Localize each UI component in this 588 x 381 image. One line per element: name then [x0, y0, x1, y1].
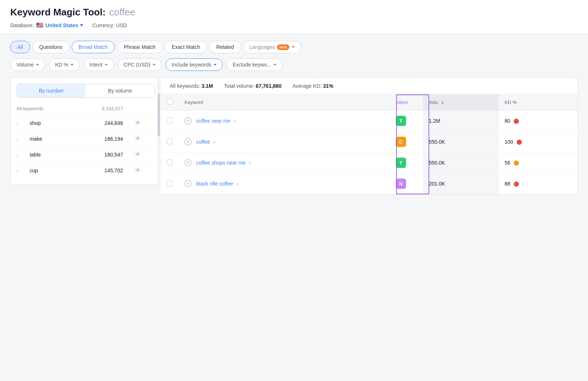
keyword-arrow-3: » [248, 161, 251, 166]
eye-icon-table[interactable]: 👁 [135, 151, 141, 158]
row-intent-cell-3: T [390, 152, 423, 173]
table-header-row: Keyword Intent Volu ⇅ KD % [161, 94, 577, 111]
languages-chevron-icon [291, 46, 295, 48]
row-intent-cell-1: T [390, 111, 423, 132]
sidebar-count-make: 186,194 [69, 131, 129, 147]
database-country-button[interactable]: United States [46, 22, 83, 28]
title-row: Keyword Magic Tool: coffee [10, 7, 578, 18]
row-keyword-cell-4: + black rifle coffee » [179, 173, 390, 194]
table-row-coffee: + coffee » C 550.0K 100 [161, 132, 577, 152]
keyword-table: Keyword Intent Volu ⇅ KD % [161, 94, 577, 194]
sidebar-count-shop: 244,846 [69, 115, 129, 131]
keyword-link-2[interactable]: coffee [196, 139, 210, 145]
tab-broad-match[interactable]: Broad Match [72, 41, 115, 53]
sidebar-keyword-table: table [24, 147, 70, 163]
filter-exclude-keywords[interactable]: Exclude keywo... [226, 58, 283, 71]
keyword-link-4[interactable]: black rifle coffee [196, 181, 233, 187]
sidebar-header-row: All keywords 3,142,377 [11, 104, 161, 115]
intent-badge-3: T [396, 158, 406, 168]
filter-exclude-chevron-icon [273, 64, 276, 66]
col-header-intent: Intent [390, 94, 423, 111]
main-layout: By number By volume All keywords 3,142,3… [10, 78, 578, 195]
filter-include-keywords[interactable]: Include keywords [165, 58, 223, 71]
expand-shop-icon[interactable]: › [17, 121, 18, 126]
keyword-arrow-2: » [213, 140, 216, 145]
row-checkbox-4[interactable] [167, 180, 173, 186]
view-by-number-button[interactable]: By number [17, 84, 86, 97]
beta-badge: beta [277, 44, 289, 50]
page-title-query: coffee [110, 7, 135, 18]
row-checkbox-1[interactable] [167, 118, 173, 123]
expand-cup-icon[interactable]: › [17, 169, 18, 173]
tab-phrase-match[interactable]: Phrase Match [117, 41, 162, 53]
filter-intent[interactable]: Intent [83, 58, 114, 71]
eye-icon-make[interactable]: 👁 [135, 136, 141, 142]
total-volume-value: 67,761,880 [256, 83, 282, 89]
filter-intent-chevron-icon [105, 64, 108, 66]
row-checkbox-3[interactable] [167, 159, 173, 165]
row-kd-cell-4: 88 [499, 173, 577, 194]
sidebar-header-keyword: All keywords [11, 104, 69, 115]
keyword-link-3[interactable]: coffee shops near me [196, 160, 245, 166]
filter-kd-label: KD % [55, 62, 68, 68]
eye-icon-shop[interactable]: 👁 [135, 120, 141, 126]
col-header-keyword: Keyword [179, 94, 390, 111]
database-text: Database: [10, 22, 34, 28]
add-keyword-btn-2[interactable]: + [184, 138, 192, 145]
total-volume-stat: Total volume: 67,761,880 [224, 83, 281, 89]
intent-badge-1: T [396, 116, 406, 126]
row-kd-cell-3: 56 [499, 152, 577, 173]
all-keywords-label: All keywords: [170, 83, 200, 89]
kd-value-3: 56 [505, 160, 510, 166]
filter-cpc[interactable]: CPC (USD) [118, 58, 162, 71]
database-row: Database: 🇺🇸 United States Currency: USD [10, 22, 578, 29]
add-keyword-btn-4[interactable]: + [184, 180, 192, 187]
row-checkbox-cell-1 [161, 111, 179, 132]
row-checkbox-2[interactable] [167, 139, 173, 144]
tab-related[interactable]: Related [209, 41, 241, 53]
expand-table-icon[interactable]: › [17, 153, 18, 157]
sort-icon[interactable]: ⇅ [441, 101, 444, 105]
col-header-kd: KD % [499, 94, 577, 111]
filter-volume-label: Volume [17, 62, 34, 68]
tab-exact-match[interactable]: Exact Match [165, 41, 207, 53]
add-keyword-btn-1[interactable]: + [184, 117, 192, 125]
kd-dot-2 [517, 140, 522, 145]
tab-questions[interactable]: Questions [32, 41, 69, 53]
filter-row: Volume KD % Intent CPC (USD) Include key… [10, 58, 578, 71]
filter-cpc-label: CPC (USD) [124, 62, 150, 68]
us-flag-icon: 🇺🇸 [36, 22, 43, 29]
table-container: Keyword Intent Volu ⇅ KD % [161, 94, 577, 194]
scrollbar-track [158, 78, 160, 184]
sidebar-item-cup: › cup 145,702 👁 [11, 163, 161, 179]
row-checkbox-cell-4 [161, 173, 179, 194]
filter-kd[interactable]: KD % [49, 58, 80, 71]
row-keyword-cell-2: + coffee » [179, 132, 390, 152]
tab-all[interactable]: All [10, 41, 30, 53]
col-header-volume: Volu ⇅ [423, 94, 499, 111]
view-by-volume-button[interactable]: By volume [86, 84, 154, 97]
database-chevron-icon [80, 24, 83, 26]
sidebar-item-make: › make 186,194 👁 [11, 131, 161, 147]
filter-volume[interactable]: Volume [10, 58, 45, 71]
keyword-table-panel: All keywords: 3.1M Total volume: 67,761,… [161, 78, 578, 195]
keyword-link-1[interactable]: coffee near me [196, 118, 230, 124]
filter-intent-label: Intent [90, 62, 103, 68]
scrollbar-thumb[interactable] [158, 94, 160, 136]
table-row-coffee-shops: + coffee shops near me » T 550.0K 56 [161, 152, 577, 173]
tab-languages[interactable]: Languages beta [243, 41, 301, 53]
eye-icon-cup[interactable]: 👁 [135, 167, 141, 173]
languages-label: Languages [250, 44, 275, 50]
intent-badge-4: N [396, 179, 406, 189]
row-volume-cell-4: 201.0K [423, 173, 499, 194]
table-row-black-rifle: + black rifle coffee » N 201.0K 88 [161, 173, 577, 194]
total-volume-label: Total volume: [224, 83, 254, 89]
volume-label: Volu [429, 100, 438, 105]
expand-make-icon[interactable]: › [17, 137, 18, 141]
stats-row: All keywords: 3.1M Total volume: 67,761,… [161, 78, 577, 94]
header-checkbox[interactable] [167, 99, 173, 105]
row-keyword-cell-3: + coffee shops near me » [179, 152, 390, 173]
intent-badge-2: C [396, 137, 406, 147]
add-keyword-btn-3[interactable]: + [184, 159, 192, 166]
row-intent-cell-4: N [390, 173, 423, 194]
